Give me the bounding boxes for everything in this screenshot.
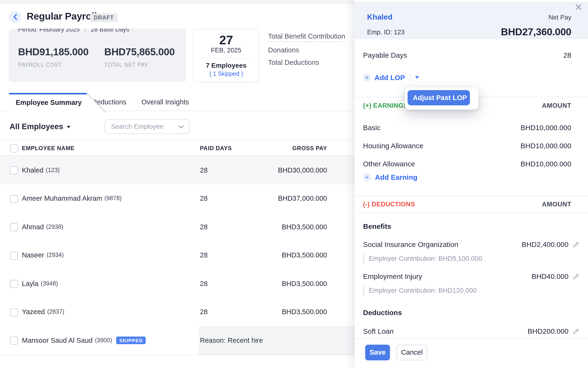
gross-pay-cell: BHD30,000.000 (278, 156, 327, 184)
search-employee-select[interactable]: Search Employee (105, 119, 190, 134)
panel-header: Khaled Net Pay Emp. ID: 123 BHD27,360.00… (355, 2, 588, 39)
summary-links: Total Benefit Contribution Donations Tot… (268, 32, 355, 71)
page-header: Regular Payroll DRAFT (0, 4, 355, 29)
payable-days-value: 28 (563, 51, 571, 60)
gross-pay-cell: BHD3,500.000 (282, 298, 327, 326)
row-checkbox[interactable] (10, 251, 18, 259)
panel-employee-link[interactable]: Khaled (367, 13, 393, 21)
back-button[interactable] (9, 11, 21, 23)
earnings-amount-header: AMOUNT (542, 101, 571, 110)
row-checkbox[interactable] (10, 308, 18, 316)
deduction-item-amount: BHD2,400.000 (522, 240, 569, 249)
search-employee-placeholder: Search Employee (105, 120, 189, 133)
table-row[interactable]: Layla(3948)28BHD3,500.000 (0, 269, 355, 298)
edit-pencil-icon[interactable] (573, 273, 579, 280)
employee-name-cell: Ahmad(2938) (22, 213, 63, 241)
plus-icon: + (363, 74, 371, 81)
employee-name: Khaled (22, 166, 43, 174)
add-lop-divider (410, 74, 410, 81)
table-row[interactable]: Mansoor Saud Al Saud(3900)SKIPPEDReason:… (0, 326, 355, 355)
employee-name-cell: Naseer(2934) (22, 241, 64, 269)
paid-days-cell: 28 (200, 298, 208, 326)
payable-days-row: Payable Days 28 (363, 51, 571, 60)
employee-count: 7 Employees (194, 62, 259, 69)
column-gross-pay: GROSS PAY (292, 141, 327, 156)
close-panel-button[interactable] (575, 4, 583, 11)
employee-name: Mansoor Saud Al Saud (22, 337, 93, 344)
earnings-header-label: (+) EARNINGS (363, 101, 408, 110)
add-lop-button[interactable]: + Add LOP (363, 74, 419, 82)
employee-name-cell: Mansoor Saud Al Saud(3900)SKIPPED (22, 326, 146, 354)
earning-amount: BHD10,000.000 (521, 141, 571, 151)
paid-days-cell: 28 (200, 241, 208, 269)
table-row[interactable]: Ameer Muhammad Akram(9878)28BHD37,000.00… (0, 184, 355, 213)
gross-pay-cell: BHD3,500.000 (282, 213, 327, 241)
cancel-button[interactable]: Cancel (397, 345, 427, 360)
employee-detail-panel: Khaled Net Pay Emp. ID: 123 BHD27,360.00… (355, 0, 588, 368)
row-checkbox[interactable] (10, 280, 18, 288)
save-button[interactable]: Save (365, 345, 390, 360)
pay-date-day: 27 (194, 33, 259, 47)
earning-row: BasicBHD10,000.000 (363, 123, 571, 132)
employee-rows: Khaled(123)28BHD30,000.000Ameer Muhammad… (0, 156, 355, 355)
employee-filter-dropdown[interactable]: All Employees (9, 122, 70, 131)
row-checkbox[interactable] (10, 166, 18, 175)
employee-id: (3948) (41, 280, 58, 287)
row-checkbox[interactable] (10, 337, 18, 345)
tab-employee-summary[interactable]: Employee Summary (9, 93, 87, 111)
employee-id: (9878) (105, 195, 122, 202)
skip-reason-text: Reason: Recent hire (200, 337, 263, 344)
row-checkbox[interactable] (10, 223, 18, 231)
employee-id: (123) (46, 167, 60, 174)
select-all-checkbox[interactable] (10, 144, 18, 153)
tab-overall-insights[interactable]: Overall Insights (141, 93, 189, 111)
paid-days-cell: 28 (200, 269, 208, 298)
total-benefit-contribution-link[interactable]: Total Benefit Contribution (268, 32, 355, 42)
add-lop-caret-icon[interactable] (415, 76, 419, 79)
adjust-past-lop-button[interactable]: Adjust Past LOP (408, 90, 470, 105)
table-row[interactable]: Khaled(123)28BHD30,000.000 (0, 156, 355, 184)
add-lop-dropdown-popup: Adjust Past LOP (405, 87, 478, 110)
skip-reason-cell: Reason: Recent hire (199, 326, 355, 354)
edit-pencil-icon[interactable] (573, 328, 579, 335)
paid-days-cell: 28 (200, 156, 208, 184)
employee-name-cell: Khaled(123) (22, 156, 60, 184)
employer-contribution-note: Employer Contribution: BHD5,100.000 (363, 253, 482, 264)
employee-name-cell: Layla(3948) (22, 269, 58, 298)
employee-id: (3900) (95, 337, 112, 344)
add-earning-button[interactable]: + Add Earning (363, 173, 417, 181)
deduction-item-amount: BHD40.000 (532, 272, 569, 281)
deduction-item-amount: BHD200.000 (527, 327, 569, 336)
divider (355, 213, 588, 213)
gross-pay-cell: BHD3,500.000 (282, 269, 327, 298)
tab-bar: Employee Summary Deductions Overall Insi… (0, 93, 355, 111)
row-checkbox[interactable] (10, 195, 18, 203)
total-deductions-link[interactable]: Total Deductions (268, 58, 355, 67)
deductions-header-label: (-) DEDUCTIONS (363, 200, 415, 209)
table-row[interactable]: Yazeed(2837)28BHD3,500.000 (0, 298, 355, 326)
top-strip (0, 0, 355, 4)
payroll-cost-amount: BHD91,185.000 (18, 46, 104, 58)
earning-amount: BHD10,000.000 (521, 123, 571, 132)
edit-pencil-icon[interactable] (573, 241, 579, 248)
employee-id: (2837) (47, 309, 64, 315)
deduction-item-row: Social Insurance OrganizationBHD2,400.00… (363, 240, 579, 249)
divider (355, 195, 588, 196)
table-row[interactable]: Ahmad(2938)28BHD3,500.000 (0, 213, 355, 241)
pay-date-month-year: FEB, 2025 (194, 47, 259, 54)
net-pay-label: Net Pay (548, 14, 571, 21)
total-net-pay-label: TOTAL NET PAY (104, 62, 175, 68)
donations-link[interactable]: Donations (268, 46, 355, 54)
deduction-item-name: Employment Injury (363, 272, 422, 281)
earning-row: Housing AllowanceBHD10,000.000 (363, 141, 571, 151)
active-tab-slant (87, 93, 107, 112)
app-root: Period: February 2025 | 28 Base Days BHD… (0, 0, 588, 368)
panel-net-pay-amount: BHD27,360.000 (501, 26, 571, 38)
earning-name: Other Allowance (363, 159, 415, 169)
table-row[interactable]: Naseer(2934)28BHD3,500.000 (0, 241, 355, 269)
base-days-label: 28 Base Days (91, 29, 130, 33)
deductions-subheader: Deductions (363, 308, 402, 317)
skipped-count-link[interactable]: ( 1 Skipped ) (194, 71, 259, 78)
draft-status-badge: DRAFT (90, 13, 118, 22)
table-header: EMPLOYEE NAME PAID DAYS GROSS PAY (0, 140, 355, 156)
